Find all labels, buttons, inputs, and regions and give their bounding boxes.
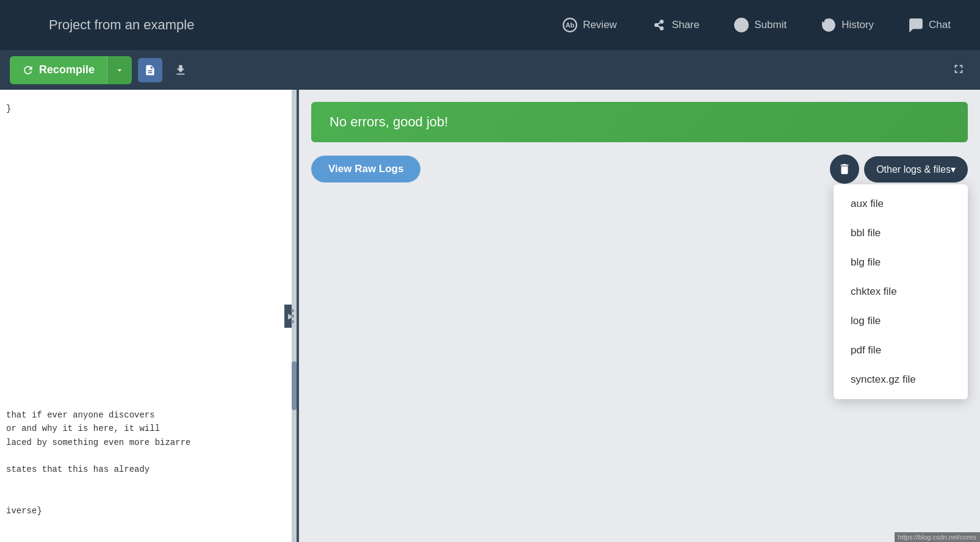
submit-icon (733, 17, 749, 33)
expand-button[interactable] (947, 57, 970, 82)
chevron-down-icon (115, 65, 124, 75)
chat-icon (908, 17, 924, 33)
preview-panel: No errors, good job! View Raw Logs Other… (299, 90, 980, 542)
share-icon (651, 17, 667, 33)
dropdown-item-log[interactable]: log file (834, 306, 968, 336)
right-actions: Other logs & files▾ (830, 154, 968, 184)
chat-button[interactable]: Chat (891, 0, 968, 50)
editor-top-content: } (0, 90, 297, 128)
editor-code-text: that if ever anyone discovers or and why… (6, 408, 190, 518)
status-bar: https://blog.csdn.net/cores (895, 532, 980, 542)
delete-logs-button[interactable] (830, 154, 859, 184)
expand-icon (952, 62, 965, 76)
actions-row: View Raw Logs Other logs & files▾ (311, 154, 968, 184)
history-label: History (841, 19, 874, 31)
recompile-icon (22, 64, 34, 76)
download-button[interactable] (168, 58, 193, 82)
editor-panel: } that if ever anyone discovers or and w… (0, 90, 299, 542)
other-logs-button[interactable]: Other logs & files▾ (864, 156, 968, 182)
recompile-dropdown-button[interactable] (107, 56, 132, 84)
main-layout: } that if ever anyone discovers or and w… (0, 90, 980, 542)
trash-icon (838, 162, 851, 176)
dropdown-item-bbl[interactable]: bbl file (834, 219, 968, 248)
resize-dot-2 (291, 314, 294, 317)
share-button[interactable]: Share (634, 0, 716, 50)
resize-dot-1 (291, 309, 294, 312)
document-view-button[interactable] (138, 58, 162, 82)
history-button[interactable]: History (804, 0, 891, 50)
share-label: Share (672, 19, 699, 31)
document-icon (144, 64, 156, 76)
review-label: Review (583, 19, 617, 31)
recompile-button[interactable]: Recompile (10, 56, 107, 84)
topbar: Project from an example Ab Review Share (0, 0, 980, 50)
view-raw-logs-button[interactable]: View Raw Logs (311, 156, 420, 182)
dropdown-container: aux file bbl file blg file chktex file l… (834, 184, 968, 399)
dropdown-item-aux[interactable]: aux file (834, 189, 968, 219)
status-url: https://blog.csdn.net/cores (898, 533, 976, 541)
download-icon (174, 63, 187, 77)
submit-label: Submit (754, 19, 787, 31)
svg-text:Ab: Ab (566, 21, 575, 29)
view-raw-logs-label: View Raw Logs (328, 163, 403, 175)
chat-label: Chat (929, 19, 951, 31)
submit-button[interactable]: Submit (716, 0, 804, 50)
editor-bottom-content: that if ever anyone discovers or and why… (6, 408, 190, 518)
history-icon (821, 17, 837, 33)
review-icon: Ab (562, 17, 578, 33)
dropdown-item-blg[interactable]: blg file (834, 248, 968, 277)
review-button[interactable]: Ab Review (545, 0, 634, 50)
resize-dot-3 (291, 320, 294, 323)
dropdown-menu: aux file bbl file blg file chktex file l… (834, 184, 968, 399)
success-message: No errors, good job! (330, 114, 448, 129)
dropdown-item-chktex[interactable]: chktex file (834, 277, 968, 306)
dropdown-item-synctex[interactable]: synctex.gz file (834, 365, 968, 394)
other-logs-label: Other logs & files▾ (876, 164, 956, 175)
editor-scrollbar-thumb (292, 361, 297, 410)
nav-actions: Ab Review Share Submit (545, 0, 968, 50)
dropdown-item-pdf[interactable]: pdf file (834, 336, 968, 365)
resize-handle[interactable] (289, 304, 297, 328)
success-banner: No errors, good job! (311, 102, 968, 142)
project-title: Project from an example (12, 17, 545, 33)
toolbar: Recompile (0, 50, 980, 90)
recompile-label: Recompile (39, 63, 95, 76)
